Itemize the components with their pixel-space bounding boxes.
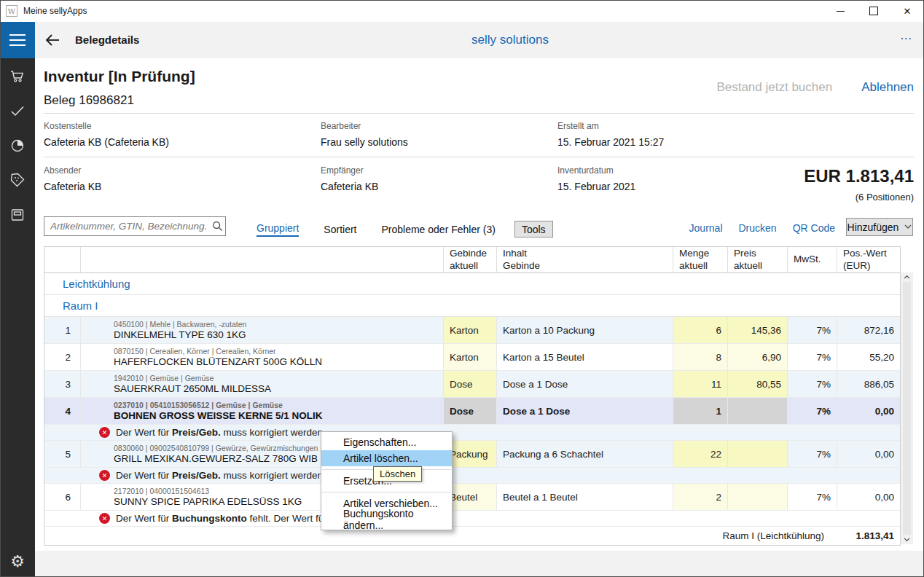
row-error-message: ✕Der Wert für Preis/Geb. muss korrigiert… [44, 468, 900, 484]
document-links: JournalDruckenQR Code [689, 222, 835, 234]
sidebar-item-settings[interactable]: ⚙ [0, 551, 35, 573]
field-value: Frau selly solutions [321, 136, 539, 148]
field-label: Inventurdatum [557, 165, 776, 176]
inhalt-cell: Beutel a 1 Beutel [497, 484, 673, 510]
more-options-button[interactable]: ... [901, 29, 912, 42]
maximize-button[interactable] [857, 0, 890, 22]
scroll-down-icon[interactable] [904, 538, 910, 542]
mwst-cell: 7% [788, 344, 837, 370]
sidebar-item-journal[interactable] [0, 206, 35, 227]
mwst-cell: 7% [788, 484, 837, 510]
field-value: 15. Februar 2021 [557, 181, 776, 192]
row-number: 4 [44, 398, 81, 424]
article-name: GRILL MEXIKAN.GEWUERZ-SALZ 780G WIB [114, 453, 318, 464]
context-menu-item[interactable]: Artikel löschen... [321, 450, 452, 466]
close-button[interactable]: ✕ [890, 0, 924, 22]
gebinde-cell[interactable]: Dose [444, 371, 497, 397]
search-input[interactable] [44, 221, 209, 232]
preis-cell[interactable] [728, 441, 788, 467]
mwst-cell: 7% [788, 398, 837, 424]
filter-gruppiert[interactable]: Gruppiert [257, 222, 299, 237]
table-row[interactable]: 40237010 | 05410153056512 | Gemüse | Gem… [44, 398, 900, 425]
filter-sortiert[interactable]: Sortiert [324, 224, 356, 235]
link-drucken[interactable]: Drucken [739, 222, 777, 234]
reject-button[interactable]: Ablehnen [861, 80, 914, 95]
vertical-scrollbar[interactable] [901, 272, 913, 544]
filter-probleme[interactable]: Probleme oder Fehler (3) [381, 224, 495, 235]
column-header: Gebinde aktuell [444, 247, 497, 272]
filter-bar: GruppiertSortiertProbleme oder Fehler (3… [257, 221, 553, 238]
pos-wert-cell: 0,00 [837, 484, 900, 510]
menge-cell[interactable]: 1 [673, 398, 728, 424]
pos-wert-cell: 0,00 [837, 398, 900, 424]
total-amount: EUR 1.813,41 [804, 166, 914, 187]
tools-button[interactable]: Tools [514, 221, 553, 238]
pos-wert-cell: 55,20 [837, 344, 900, 370]
menge-cell[interactable]: 8 [673, 344, 728, 370]
sidebar-item-reports[interactable] [0, 137, 35, 157]
article-name: DINKELMEHL TYPE 630 1KG [114, 329, 246, 340]
pos-wert-cell: 872,16 [837, 317, 900, 343]
minimize-button[interactable] [823, 0, 857, 22]
search-icon[interactable] [209, 221, 225, 232]
gear-icon: ⚙ [10, 552, 25, 571]
menge-cell[interactable]: 2 [673, 484, 728, 510]
mwst-cell: 7% [788, 441, 837, 467]
sidebar-item-articles[interactable] [0, 171, 35, 192]
field-absender: AbsenderCafeteria KB [44, 165, 262, 192]
article-description: 0237010 | 05410153056512 | Gemüse | Gemü… [81, 398, 444, 424]
context-menu-item[interactable]: Eigenschaften... [321, 434, 452, 450]
table-row[interactable]: 31942010 | Gemüse | GemüseSAUERKRAUT 265… [44, 371, 900, 398]
table-header-row: Gebinde aktuellInhalt GebindeMenge aktue… [44, 247, 900, 273]
menge-cell[interactable]: 11 [673, 371, 728, 397]
preis-cell[interactable] [728, 484, 788, 510]
link-journal[interactable]: Journal [689, 222, 723, 234]
field-label: Empfänger [321, 165, 539, 176]
table-row[interactable]: 20870150 | Cerealien, Körner | Cerealien… [44, 344, 900, 371]
gebinde-cell[interactable]: Karton [444, 344, 497, 370]
hamburger-menu-button[interactable] [0, 22, 35, 58]
back-arrow-icon[interactable] [44, 31, 61, 49]
add-button[interactable]: Hinzufügen [846, 218, 913, 236]
group-header-row[interactable]: Leichtkühlung [44, 273, 900, 295]
article-meta: 1942010 | Gemüse | Gemüse [114, 374, 214, 382]
brand-label: selly solutions [471, 33, 549, 47]
menge-cell[interactable]: 22 [673, 441, 728, 467]
title-bar: W Meine sellyApps ✕ [0, 0, 924, 22]
column-header [81, 247, 444, 272]
field-empfänger: EmpfängerCafeteria KB [321, 165, 539, 192]
context-menu-item[interactable]: Buchungskonto ändern... [321, 511, 452, 527]
preis-cell[interactable]: 145,36 [728, 317, 788, 343]
inhalt-cell: Dose a 1 Dose [497, 398, 673, 424]
search-box[interactable] [44, 216, 226, 236]
menge-cell[interactable]: 6 [673, 317, 728, 343]
preis-cell[interactable] [728, 398, 788, 424]
link-qr-code[interactable]: QR Code [793, 222, 835, 234]
book-stock-button: Bestand jetzt buchen [716, 80, 832, 95]
field-value: 15. Februar 2021 15:27 [557, 136, 776, 148]
field-label: Absender [44, 165, 262, 176]
scrollbar-thumb[interactable] [903, 282, 911, 535]
table-row[interactable]: 10450100 | Mehle | Backwaren, -zutatenDI… [44, 317, 900, 344]
table-row[interactable]: 50830060 | 09002540810799 | Gewürze, Gew… [44, 441, 900, 468]
sidebar-item-orders[interactable] [0, 68, 35, 88]
preis-cell[interactable]: 6,90 [728, 344, 788, 370]
column-header: Menge aktuell [673, 247, 728, 272]
group-header-row[interactable]: Raum I [44, 295, 900, 317]
row-number: 1 [44, 317, 81, 343]
scroll-up-icon[interactable] [904, 275, 910, 279]
field-value: Cafeteria KB [321, 181, 539, 192]
column-header: Pos.-Wert (EUR) [837, 247, 900, 272]
gebinde-cell[interactable]: Karton [444, 317, 497, 343]
field-kostenstelle: KostenstelleCafeteria KB (Cafeteria KB) [44, 121, 262, 148]
article-name: HAFERFLOCKEN BLÜTENZART 500G KÖLLN [114, 356, 322, 367]
gebinde-cell[interactable]: Dose [444, 398, 497, 424]
app-icon: W [6, 5, 17, 17]
menu-separator [322, 492, 451, 492]
positions-table: Gebinde aktuellInhalt GebindeMenge aktue… [44, 246, 913, 546]
preis-cell[interactable]: 80,55 [728, 371, 788, 397]
field-label: Bearbeiter [321, 121, 539, 131]
field-value: Cafeteria KB (Cafeteria KB) [44, 136, 262, 148]
table-row[interactable]: 62172010 | 04000151504613SUNNY SPICE PAP… [44, 484, 900, 511]
sidebar-item-tasks[interactable] [0, 102, 35, 122]
